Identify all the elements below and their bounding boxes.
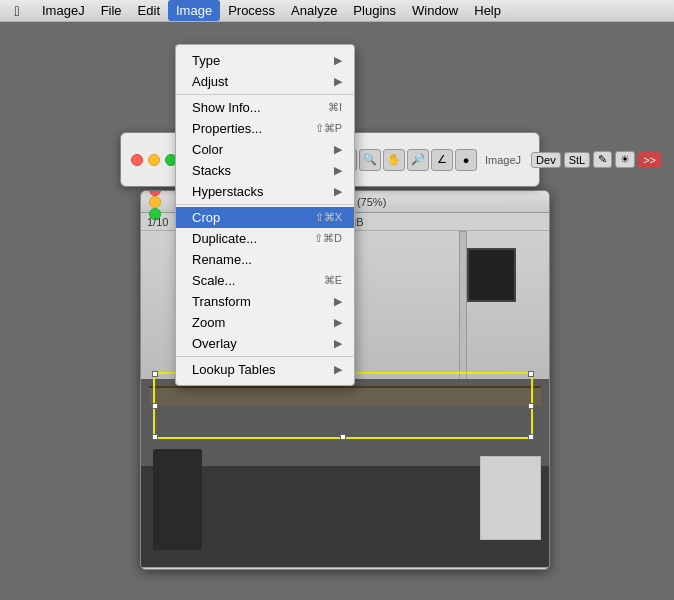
handle-top-right[interactable]	[528, 371, 534, 377]
menu-window[interactable]: Window	[404, 0, 466, 21]
lookup-arrow-icon: ▶	[334, 363, 342, 376]
menu-imagej[interactable]: ImageJ	[34, 0, 93, 21]
image-bottom-bar: ▶	[141, 567, 549, 570]
properties-shortcut: ⇧⌘P	[315, 122, 342, 135]
handle-bottom-right[interactable]	[528, 434, 534, 440]
more-button[interactable]: >>	[638, 152, 661, 168]
pen-button[interactable]: ✎	[593, 151, 612, 168]
monitor	[467, 248, 516, 302]
minimize-button[interactable]	[148, 154, 160, 166]
menu-file[interactable]: File	[93, 0, 130, 21]
menu-section-1: Type ▶ Adjust ▶	[176, 48, 354, 95]
menu-scale[interactable]: Scale... ⌘E	[176, 270, 354, 291]
menu-section-4: Lookup Tables ▶	[176, 357, 354, 382]
tool-angle[interactable]: ∠	[431, 149, 453, 171]
color-arrow-icon: ▶	[334, 143, 342, 156]
menu-crop[interactable]: Crop ⇧⌘X	[176, 207, 354, 228]
transform-arrow-icon: ▶	[334, 295, 342, 308]
menu-process[interactable]: Process	[220, 0, 283, 21]
chair-left	[153, 449, 202, 550]
menu-show-info[interactable]: Show Info... ⌘I	[176, 97, 354, 118]
tool-eyedropper[interactable]: 🔎	[407, 149, 429, 171]
table-right	[480, 456, 541, 540]
menu-section-2: Show Info... ⌘I Properties... ⇧⌘P Color …	[176, 95, 354, 205]
menu-image[interactable]: Image	[168, 0, 220, 21]
duplicate-shortcut: ⇧⌘D	[314, 232, 342, 245]
stacks-arrow-icon: ▶	[334, 164, 342, 177]
menubar:  ImageJ File Edit Image Process Analyze…	[0, 0, 674, 22]
menu-adjust[interactable]: Adjust ▶	[176, 71, 354, 92]
apple-icon: 	[14, 3, 19, 19]
menu-rename[interactable]: Rename...	[176, 249, 354, 270]
handle-top-left[interactable]	[152, 371, 158, 377]
menu-analyze[interactable]: Analyze	[283, 0, 345, 21]
handle-middle-left[interactable]	[152, 403, 158, 409]
dev-button[interactable]: Dev	[531, 152, 561, 168]
handle-middle-right[interactable]	[528, 403, 534, 409]
handle-bottom-left[interactable]	[152, 434, 158, 440]
scale-shortcut: ⌘E	[324, 274, 342, 287]
close-button[interactable]	[131, 154, 143, 166]
menu-duplicate[interactable]: Duplicate... ⇧⌘D	[176, 228, 354, 249]
menu-color[interactable]: Color ▶	[176, 139, 354, 160]
menu-properties[interactable]: Properties... ⇧⌘P	[176, 118, 354, 139]
stl-button[interactable]: StL	[564, 152, 591, 168]
type-arrow-icon: ▶	[334, 54, 342, 67]
image-dropdown-menu: Type ▶ Adjust ▶ Show Info... ⌘I Properti…	[175, 44, 355, 386]
menu-hyperstacks[interactable]: Hyperstacks ▶	[176, 181, 354, 202]
tool-magnify[interactable]: 🔍	[359, 149, 381, 171]
menu-stacks[interactable]: Stacks ▶	[176, 160, 354, 181]
image-minimize-button[interactable]	[149, 196, 161, 208]
menu-type[interactable]: Type ▶	[176, 50, 354, 71]
adjust-arrow-icon: ▶	[334, 75, 342, 88]
apple-menu[interactable]: 	[0, 0, 34, 21]
menu-help[interactable]: Help	[466, 0, 509, 21]
menu-section-3: Crop ⇧⌘X Duplicate... ⇧⌘D Rename... Scal…	[176, 205, 354, 357]
show-info-shortcut: ⌘I	[328, 101, 342, 114]
menu-edit[interactable]: Edit	[130, 0, 168, 21]
toolbar-right-buttons: Dev StL ✎ ☀ >>	[531, 151, 669, 168]
menu-lookup-tables[interactable]: Lookup Tables ▶	[176, 359, 354, 380]
frame-counter: 1/10	[147, 216, 168, 228]
menu-zoom[interactable]: Zoom ▶	[176, 312, 354, 333]
handle-bottom-center[interactable]	[340, 434, 346, 440]
menu-plugins[interactable]: Plugins	[345, 0, 404, 21]
menu-transform[interactable]: Transform ▶	[176, 291, 354, 312]
zoom-arrow-icon: ▶	[334, 316, 342, 329]
overlay-arrow-icon: ▶	[334, 337, 342, 350]
toolbar-imagej-label: ImageJ	[479, 154, 527, 166]
sun-button[interactable]: ☀	[615, 151, 635, 168]
tool-point[interactable]: ●	[455, 149, 477, 171]
crop-shortcut: ⇧⌘X	[315, 211, 342, 224]
hyperstacks-arrow-icon: ▶	[334, 185, 342, 198]
main-area: □ ○ △ ✏ / ➧ A 🔍 ✋ 🔎 ∠ ● ImageJ Dev StL ✎…	[0, 22, 674, 600]
tool-hand[interactable]: ✋	[383, 149, 405, 171]
image-close-button[interactable]	[149, 190, 161, 196]
menu-overlay[interactable]: Overlay ▶	[176, 333, 354, 354]
